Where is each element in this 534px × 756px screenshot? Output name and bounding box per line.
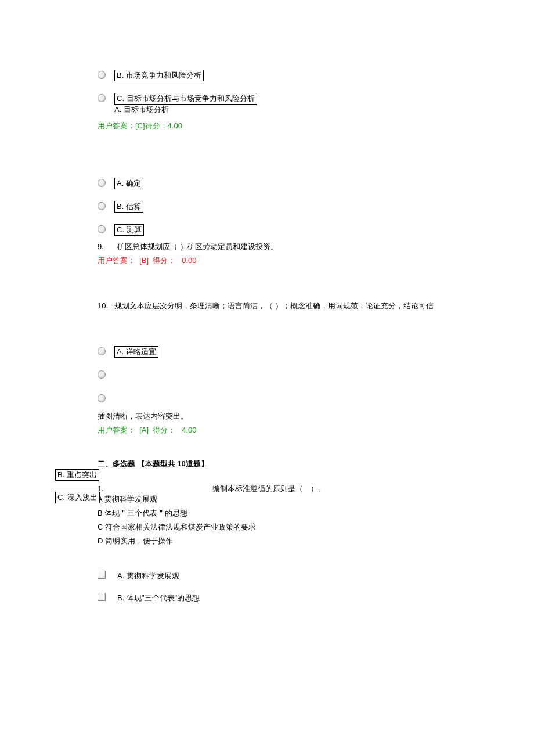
q10-answer: 用户答案： [A] 得分： 4.00: [35, 425, 499, 435]
answer-prefix: 用户答案：: [98, 256, 135, 265]
checkbox-icon[interactable]: [98, 593, 106, 601]
q9-answer: 用户答案： [B] 得分： 0.00: [35, 255, 499, 266]
checkbox-icon[interactable]: [98, 571, 106, 579]
q10-text: 规划文本应层次分明，条理清晰；语言简洁，（ ）；概念准确，用词规范；论证充分，结…: [114, 301, 434, 310]
radio-icon[interactable]: [98, 71, 106, 79]
section2-line-d: D 简明实用，便于操作: [35, 536, 499, 546]
q10-option-a: A. 详略适宜: [114, 346, 158, 358]
float-option-b: B. 重点突出: [55, 469, 99, 481]
q9-option-c: C. 测算: [114, 224, 144, 236]
answer-value: [A]: [139, 426, 149, 434]
float-option-c: C. 深入浅出: [55, 492, 100, 503]
q8-option-a-below: A. 目标市场分析: [114, 105, 169, 114]
answer-score: 0.00: [182, 256, 196, 265]
q10-number: 10.: [98, 301, 108, 310]
section2-line-c: C 符合国家相关法律法规和煤炭产业政策的要求: [35, 522, 499, 532]
answer-value: [B]: [139, 256, 149, 265]
q9-text: 矿区总体规划应（ ）矿区劳动定员和建设投资。: [117, 242, 278, 251]
answer-score-label: 得分：: [153, 426, 175, 434]
answer-prefix: 用户答案：: [98, 426, 135, 434]
q8-option-b: B. 市场竞争力和风险分析: [114, 70, 204, 81]
section2-q1-text: 编制本标准遵循的原则是（ ）。: [212, 484, 326, 493]
radio-icon[interactable]: [98, 94, 106, 102]
radio-icon[interactable]: [98, 347, 106, 355]
q8-answer: 用户答案：[C]得分：4.00: [35, 121, 499, 131]
section2-check-a: A. 贯彻科学发展观: [117, 571, 179, 581]
radio-icon[interactable]: [98, 202, 106, 210]
section2-line-b: B 体现＂三个代表＂的思想: [35, 508, 499, 519]
answer-score-label: 得分：: [153, 256, 175, 265]
q9-option-b: B. 估算: [114, 201, 143, 213]
section2-line-a: A 贯彻科学发展观: [98, 494, 499, 505]
q9-number: 9.: [98, 242, 104, 251]
q8-option-c: C. 目标市场分析与市场竞争力和风险分析: [114, 93, 257, 105]
q10-tail-text: 插图清晰，表达内容突出。: [35, 411, 499, 422]
radio-icon[interactable]: [98, 179, 106, 187]
radio-icon[interactable]: [98, 394, 106, 402]
radio-icon[interactable]: [98, 225, 106, 233]
section2-check-b: B. 体现"三个代表"的思想: [117, 593, 200, 603]
q9-option-a: A. 确定: [114, 178, 143, 189]
radio-icon[interactable]: [98, 370, 106, 379]
answer-score: 4.00: [182, 426, 196, 434]
section-2-heading: 二、多选题 【本题型共 10道题】: [35, 459, 499, 469]
